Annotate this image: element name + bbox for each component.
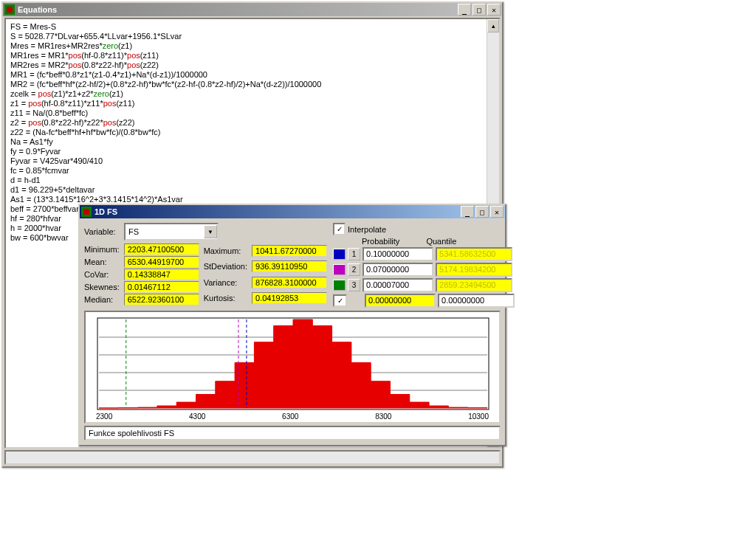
equation-line: fc = 0.85*fcmvar <box>10 166 496 176</box>
equation-line: fy = 0.9*Fyvar <box>10 147 496 156</box>
stat-label: Median: <box>84 295 123 304</box>
x-tick-label: 6300 <box>282 412 298 421</box>
equation-line: d1 = 96.229+5*deltavar <box>10 185 496 195</box>
quantile-input[interactable]: 2859.23494500 <box>436 278 512 292</box>
stat-covar: 0.14338847 <box>124 269 199 280</box>
quantile-input[interactable]: 5174.19834200 <box>436 263 512 277</box>
probability-input[interactable]: 0.10000000 <box>362 247 433 261</box>
probability-row: 10.100000005341.58632500 <box>333 247 515 261</box>
variable-value: FS <box>128 227 139 236</box>
variable-select[interactable]: FS ▼ <box>124 223 219 241</box>
probability-input[interactable]: 0.00000000 <box>365 294 436 308</box>
equation-line: Mres = MR1res+MR2res*zero(z1) <box>10 41 496 51</box>
x-tick-label: 10300 <box>468 412 489 421</box>
probability-row: ✓0.000000000.00000000 <box>333 294 515 308</box>
probability-input[interactable]: 0.00007000 <box>362 278 433 292</box>
equation-line: z22 = (Na-fc*beff*hf+hf*bw*fc)/(0.8*bw*f… <box>10 128 496 137</box>
stat-label: CoVar: <box>84 270 123 279</box>
row-index-button[interactable]: 3 <box>348 279 360 291</box>
equations-titlebar[interactable]: Equations _ □ ✕ <box>3 3 502 16</box>
quantile-header: Quantile <box>426 237 456 246</box>
close-button[interactable]: ✕ <box>490 206 504 218</box>
stat-kurtosis: 0.04192853 <box>252 292 327 304</box>
histogram-chart: 230043006300830010300 <box>84 311 501 424</box>
row-index-button[interactable]: 1 <box>348 248 360 260</box>
equation-line: z2 = pos(0.8*z22-hf)*z22*pos(z22) <box>10 118 496 128</box>
equation-line: Na = As1*fy <box>10 137 496 147</box>
horizontal-scrollbar[interactable] <box>4 450 501 465</box>
stat-variance: 876828.3100000 <box>252 277 327 288</box>
fs-title: 1D FS <box>94 207 117 216</box>
stat-label: StDeviation: <box>204 262 250 271</box>
close-button[interactable]: ✕ <box>487 4 501 15</box>
color-swatch[interactable] <box>333 264 346 275</box>
stat-label: Maximum: <box>204 246 250 255</box>
row-checkbox[interactable]: ✓ <box>333 294 347 307</box>
equation-line: MR2 = (fc*beff*hf*(z2-hf/2)+(0.8*z2-hf)*… <box>10 80 496 89</box>
x-tick-label: 2300 <box>96 412 112 421</box>
row-index-button[interactable]: 2 <box>348 263 360 276</box>
equation-line: zcelk = pos(z1)*z1+z2*zero(z1) <box>10 89 496 99</box>
svg-rect-3 <box>83 209 89 215</box>
stat-skewness: 0.01467112 <box>124 281 199 293</box>
stat-label: Kurtosis: <box>204 294 250 303</box>
equation-line: MR1res = MR1*pos(hf-0.8*z11)*pos(z11) <box>10 51 496 61</box>
stat-mean: 6530.44919700 <box>124 256 199 268</box>
svg-rect-1 <box>7 7 13 13</box>
variable-label: Variable: <box>84 227 124 236</box>
app-icon <box>81 207 92 217</box>
equation-line: z11 = Na/(0.8*beff*fc) <box>10 108 496 118</box>
stat-label: Minimum: <box>84 245 123 254</box>
minimize-button[interactable]: _ <box>458 4 471 15</box>
probability-row: 30.000070002859.23494500 <box>333 278 515 292</box>
equation-line: MR1 = (fc*beff*0.8*z1*(z1-0.4*z1)+Na*(d-… <box>10 70 496 80</box>
fs-window: 1D FS _ □ ✕ Variable: FS ▼ Minimum: <box>78 204 506 446</box>
stat-label: Variance: <box>204 278 250 287</box>
stat-maximum: 10411.67270000 <box>252 245 327 257</box>
chevron-down-icon[interactable]: ▼ <box>204 225 217 238</box>
stat-label: Skewnes: <box>84 283 123 291</box>
equation-line: d = h-d1 <box>10 176 496 185</box>
x-tick-label: 4300 <box>189 412 205 421</box>
app-icon <box>4 4 15 15</box>
color-swatch[interactable] <box>333 280 346 291</box>
equation-line: S = 5028.77*DLvar+655.4*LLvar+1956.1*SLv… <box>10 32 496 41</box>
interpolate-label: Interpolate <box>348 225 386 234</box>
equations-title: Equations <box>18 5 57 14</box>
equation-line: z1 = pos(hf-0.8*z11)*z11*pos(z11) <box>10 99 496 108</box>
equation-line: MR2res = MR2*pos(0.8*z22-hf)*pos(z22) <box>10 61 496 70</box>
probability-row: 20.070000005174.19834200 <box>333 263 515 277</box>
maximize-button[interactable]: □ <box>475 206 489 218</box>
equation-line: Fyvar = V425var*490/410 <box>10 156 496 166</box>
quantile-input[interactable]: 5341.58632500 <box>436 247 512 261</box>
chart-canvas <box>92 317 495 411</box>
stat-minimum: 2203.47100500 <box>124 243 199 255</box>
probability-header: Probability <box>362 237 399 246</box>
quantile-input[interactable]: 0.00000000 <box>438 294 515 308</box>
stat-median: 6522.92360100 <box>124 294 199 305</box>
interpolate-checkbox[interactable]: ✓ <box>333 223 346 235</box>
x-tick-label: 8300 <box>375 412 391 421</box>
probability-input[interactable]: 0.07000000 <box>362 263 433 277</box>
stat-stddev: 936.39110950 <box>252 260 327 272</box>
fs-titlebar[interactable]: 1D FS _ □ ✕ <box>80 205 505 218</box>
equation-line: FS = Mres-S <box>10 22 496 32</box>
status-text[interactable]: Funkce spolehlivosti FS <box>84 426 501 440</box>
maximize-button[interactable]: □ <box>472 4 486 15</box>
minimize-button[interactable]: _ <box>461 206 474 218</box>
stat-label: Mean: <box>84 257 123 266</box>
color-swatch[interactable] <box>333 249 346 260</box>
scroll-up-icon[interactable]: ▴ <box>487 19 499 32</box>
